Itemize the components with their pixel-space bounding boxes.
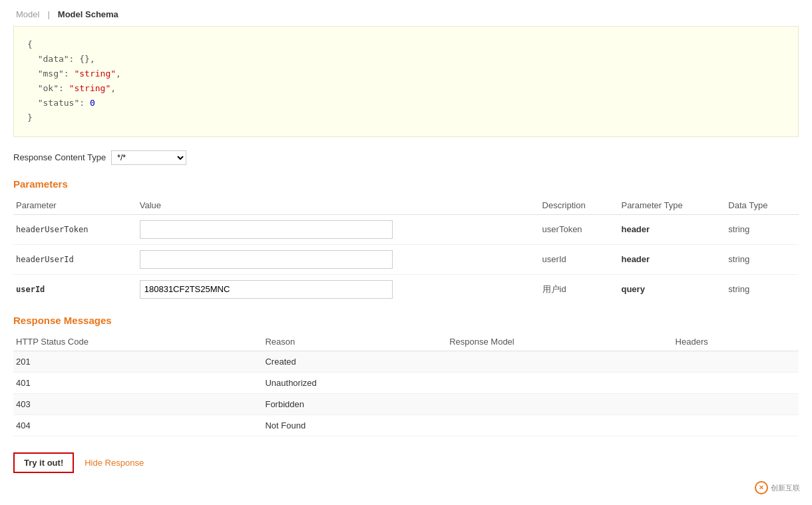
param-data-type-cell: string (725, 274, 799, 304)
response-code: 403 (13, 393, 262, 415)
response-messages-title: Response Messages (13, 315, 799, 326)
response-headers (673, 372, 799, 393)
param-value-cell (137, 274, 540, 304)
watermark-icon: ✕ (755, 481, 768, 494)
parameters-section: Parameters Parameter Value Description P… (0, 173, 812, 309)
response-row: 404Not Found (13, 415, 799, 436)
param-type-cell: header (618, 244, 725, 274)
response-headers (673, 351, 799, 372)
col-parameter: Parameter (13, 196, 137, 215)
hide-response-link[interactable]: Hide Response (85, 458, 144, 468)
param-name-cell: headerUserToken (13, 214, 137, 244)
param-row: headerUserTokenuserTokenheaderstring (13, 214, 799, 244)
param-value-cell (137, 214, 540, 244)
param-data-type-cell: string (725, 244, 799, 274)
response-messages-section: Response Messages HTTP Status Code Reaso… (0, 309, 812, 442)
response-model (447, 415, 672, 436)
response-content-type-select[interactable]: */* application/json text/plain (111, 150, 186, 165)
param-input[interactable] (140, 250, 393, 269)
col-http-status: HTTP Status Code (13, 333, 262, 351)
response-reason: Unauthorized (262, 372, 447, 393)
response-row: 401Unauthorized (13, 372, 799, 393)
param-data-type-cell: string (725, 214, 799, 244)
response-code: 401 (13, 372, 262, 393)
response-reason: Forbidden (262, 393, 447, 415)
col-description: Description (540, 196, 619, 215)
param-input[interactable] (140, 280, 393, 299)
col-value: Value (137, 196, 540, 215)
param-value-cell (137, 244, 540, 274)
response-model (447, 351, 672, 372)
watermark-text: 创新互联 (771, 483, 800, 493)
bottom-bar: Try it out! Hide Response (0, 442, 812, 484)
param-name: headerUserToken (16, 225, 88, 234)
parameters-table: Parameter Value Description Parameter Ty… (13, 196, 799, 304)
col-data-type: Data Type (725, 196, 799, 215)
response-messages-table: HTTP Status Code Reason Response Model H… (13, 333, 799, 436)
param-name: headerUserId (16, 255, 74, 264)
try-it-out-button[interactable]: Try it out! (13, 452, 74, 473)
response-reason: Not Found (262, 415, 447, 436)
param-type-cell: header (618, 214, 725, 244)
watermark: ✕ 创新互联 (751, 478, 804, 497)
model-tab-bar: Model | Model Schema (0, 0, 812, 21)
schema-box: { "data": {}, "msg": "string", "ok": "st… (13, 26, 799, 137)
param-row: userId用户idquerystring (13, 274, 799, 304)
tab-model-schema[interactable]: Model Schema (55, 8, 121, 21)
param-desc-cell: userId (540, 244, 619, 274)
param-type-cell: query (618, 274, 725, 304)
response-code: 404 (13, 415, 262, 436)
response-row: 403Forbidden (13, 393, 799, 415)
response-content-type-label: Response Content Type (13, 152, 106, 162)
param-name: userId (16, 285, 45, 294)
response-code: 201 (13, 351, 262, 372)
response-model (447, 372, 672, 393)
response-reason: Created (262, 351, 447, 372)
response-headers (673, 415, 799, 436)
param-desc-cell: userToken (540, 214, 619, 244)
param-name-cell: headerUserId (13, 244, 137, 274)
response-row: 201Created (13, 351, 799, 372)
response-model (447, 393, 672, 415)
parameters-title: Parameters (13, 178, 799, 190)
tab-model[interactable]: Model (13, 8, 42, 21)
tab-separator: | (47, 8, 49, 21)
col-response-model: Response Model (447, 333, 672, 351)
param-name-cell: userId (13, 274, 137, 304)
col-parameter-type: Parameter Type (618, 196, 725, 215)
col-headers: Headers (673, 333, 799, 351)
param-row: headerUserIduserIdheaderstring (13, 244, 799, 274)
response-content-type-row: Response Content Type */* application/js… (0, 142, 812, 173)
param-desc-cell: 用户id (540, 274, 619, 304)
col-reason: Reason (262, 333, 447, 351)
response-headers (673, 393, 799, 415)
param-input[interactable] (140, 220, 393, 239)
